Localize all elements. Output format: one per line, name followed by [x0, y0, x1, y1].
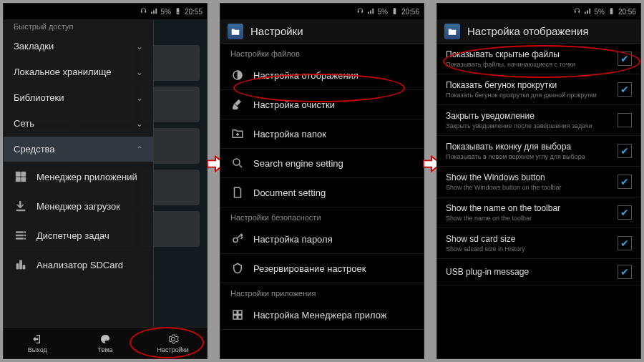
page-title: Настройки — [250, 25, 303, 37]
section-security: Настройки безопасности — [220, 207, 424, 225]
checkbox[interactable] — [618, 52, 632, 66]
clock: 20:55 — [185, 8, 203, 16]
tool-download-manager[interactable]: Менеджер загрузок — [4, 192, 153, 221]
option-label: Закрыть уведомление — [446, 111, 609, 121]
option-sublabel: Показать бегунок прокрутки для данной пр… — [446, 92, 609, 99]
checkbox[interactable] — [618, 265, 632, 279]
item-app-manager-settings[interactable]: Настройка Менеджера прилож — [220, 300, 424, 330]
checkbox[interactable] — [618, 236, 632, 250]
tool-task-manager[interactable]: Диспетчер задач — [4, 221, 153, 250]
item-cleanup-settings[interactable]: Настройка очистки — [220, 90, 424, 119]
clock: 20:56 — [618, 8, 636, 16]
display-option-row[interactable]: Show the name on the toolbarShow the nam… — [437, 197, 640, 228]
section-app: Настройки приложения — [220, 283, 424, 300]
tool-app-manager[interactable]: Менеджер приложений — [4, 162, 153, 192]
battery-icon — [391, 7, 399, 16]
status-bar: 5% 20:56 — [437, 4, 640, 19]
side-drawer: Быстрый доступ Закладки⌄ Локальное храни… — [4, 19, 154, 358]
headphones-icon — [140, 7, 147, 16]
display-option-row[interactable]: Показывать иконку для выбораПоказывать в… — [437, 136, 640, 167]
option-label: Show the Windows button — [446, 172, 609, 182]
display-option-row[interactable]: Show sd card sizeShow sdcard size in His… — [437, 228, 640, 259]
app-icon — [444, 24, 460, 39]
checkbox[interactable] — [618, 113, 632, 127]
chevron-down-icon: ⌄ — [136, 93, 143, 103]
drawer-item-local[interactable]: Локальное хранилище⌄ — [4, 59, 153, 85]
phone-screen-2: 5% 20:56 Настройки Настройки файлов Наст… — [220, 3, 424, 359]
option-sublabel: Показывать файлы, начинающиеся с точки — [446, 61, 609, 68]
drawer-item-libraries[interactable]: Библиотеки⌄ — [4, 85, 153, 111]
battery-icon — [608, 7, 615, 16]
item-search-settings[interactable]: Search engine setting — [220, 149, 424, 178]
download-icon — [14, 199, 28, 213]
item-document-settings[interactable]: Document setting — [220, 178, 424, 207]
folder-settings-icon — [230, 127, 245, 141]
battery-text: 5% — [161, 8, 171, 16]
drawer-section-quick: Быстрый доступ — [4, 19, 153, 34]
tool-sdcard-analyzer[interactable]: Анализатор SDCard — [4, 250, 153, 280]
drawer-bottom-bar: Выход Тема Настройки — [4, 327, 207, 358]
apps-icon — [230, 308, 245, 322]
option-label: Show sd card size — [446, 234, 609, 244]
theme-button[interactable]: Тема — [72, 328, 140, 358]
app-icon — [228, 24, 243, 39]
item-backup-settings[interactable]: Резервирование настроек — [220, 254, 424, 283]
display-option-row[interactable]: Закрыть уведомлениеЗакрыть уведомление п… — [437, 105, 640, 136]
chevron-down-icon: ⌄ — [136, 67, 143, 77]
option-label: Показывать скрытые файлы — [446, 49, 609, 59]
checkbox[interactable] — [618, 175, 632, 189]
headphones-icon — [356, 7, 364, 16]
option-label: Показать бегунок прокрутки — [446, 80, 609, 90]
option-label: Показывать иконку для выбора — [446, 142, 609, 152]
option-label: USB plug-in message — [446, 267, 609, 277]
item-password-settings[interactable]: Настройка пароля — [220, 225, 424, 254]
tasks-icon — [14, 228, 28, 243]
option-sublabel: Показывать в левом верхнем углу для выбо… — [446, 153, 609, 160]
checkbox[interactable] — [618, 82, 632, 97]
checkbox[interactable] — [618, 144, 632, 158]
item-display-settings[interactable]: Настройка отображения — [220, 61, 424, 90]
drawer-item-bookmarks[interactable]: Закладки⌄ — [4, 34, 153, 59]
display-option-row[interactable]: USB plug-in message — [437, 259, 640, 285]
chart-icon — [14, 258, 28, 272]
item-folder-settings[interactable]: Настройка папок — [220, 119, 424, 149]
drawer-item-tools[interactable]: Средства⌃ — [4, 137, 153, 162]
settings-header: Настройки — [220, 19, 424, 44]
signal-icon — [367, 7, 375, 16]
search-icon — [230, 156, 245, 170]
phone-screen-3: 5% 20:56 Настройка отображения Показыват… — [436, 3, 641, 359]
display-icon — [230, 68, 245, 82]
signal-icon — [150, 7, 158, 16]
option-sublabel: Show the Windows button on the toolbar — [446, 184, 609, 191]
page-title: Настройка отображения — [467, 25, 589, 37]
apps-icon — [14, 170, 28, 184]
status-bar: 5% 20:55 — [4, 4, 207, 19]
document-icon — [230, 185, 245, 200]
chevron-down-icon: ⌄ — [136, 119, 143, 129]
battery-icon — [174, 7, 182, 16]
svg-point-3 — [233, 159, 240, 165]
option-sublabel: Show sdcard size in History — [446, 245, 609, 253]
svg-point-4 — [233, 238, 238, 243]
headphones-icon — [573, 7, 581, 16]
option-sublabel: Show the name on the toolbar — [446, 215, 609, 222]
chevron-down-icon: ⌄ — [136, 41, 143, 52]
display-settings-header: Настройка отображения — [437, 19, 640, 44]
key-icon — [230, 232, 245, 246]
broom-icon — [230, 97, 245, 112]
checkbox[interactable] — [618, 205, 632, 220]
section-files: Настройки файлов — [220, 44, 424, 61]
display-option-row[interactable]: Показывать скрытые файлыПоказывать файлы… — [437, 44, 640, 74]
phone-screen-1: 5% 20:55 Быстрый доступ Закладки⌄ Локаль… — [3, 3, 208, 359]
settings-button[interactable]: Настройки — [139, 328, 207, 358]
chevron-up-icon: ⌃ — [136, 145, 143, 155]
exit-button[interactable]: Выход — [4, 328, 72, 358]
svg-point-2 — [237, 133, 239, 135]
status-bar: 5% 20:56 — [220, 4, 424, 19]
drawer-item-network[interactable]: Сеть⌄ — [4, 111, 153, 137]
backup-icon — [230, 261, 245, 275]
display-option-row[interactable]: Показать бегунок прокруткиПоказать бегун… — [437, 74, 640, 105]
signal-icon — [584, 7, 592, 16]
display-option-row[interactable]: Show the Windows buttonShow the Windows … — [437, 167, 640, 197]
option-label: Show the name on the toolbar — [446, 203, 609, 213]
